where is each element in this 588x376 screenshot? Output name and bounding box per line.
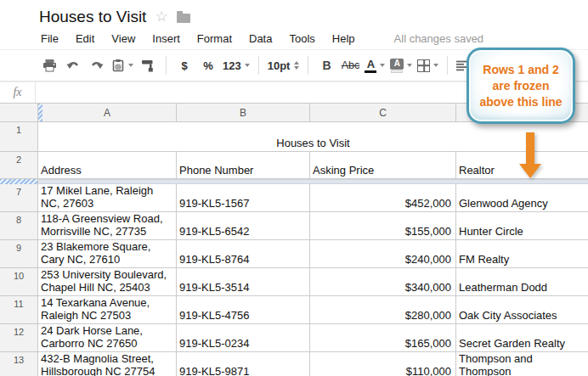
font-size-stepper[interactable]: [294, 61, 299, 70]
menu-tools[interactable]: Tools: [289, 32, 314, 45]
cell-price[interactable]: $340,000: [310, 268, 456, 296]
cell-address[interactable]: 23 Blakemore Square, Cary NC, 27610: [38, 240, 177, 268]
menu-bar: File Edit View Insert Format Data Tools …: [0, 27, 588, 49]
star-icon[interactable]: ☆: [155, 9, 167, 24]
chevron-down-icon: [407, 64, 412, 67]
cell-price[interactable]: $452,000: [310, 184, 456, 212]
row-header[interactable]: 8: [0, 212, 38, 240]
cell-price-header[interactable]: Asking Price: [310, 152, 456, 179]
cell-price[interactable]: $280,000: [310, 296, 456, 324]
freeze-columns-handle[interactable]: [38, 104, 42, 121]
table-row: 11 14 Texarkana Avenue, Raleigh NC 27503…: [0, 296, 588, 324]
column-letter: B: [240, 107, 246, 119]
cell-address-header[interactable]: Address: [38, 152, 177, 179]
row-header[interactable]: 12: [0, 324, 38, 352]
format-percent-button[interactable]: %: [199, 54, 218, 76]
row-header[interactable]: 9: [0, 240, 38, 268]
cell-address[interactable]: 118-A Greensview Road, Morrisville NC, 2…: [38, 212, 177, 240]
font-size-control[interactable]: 10pt: [268, 54, 300, 76]
column-letter: C: [379, 107, 387, 119]
cell-realtor[interactable]: Secret Garden Realty: [456, 324, 588, 352]
redo-icon[interactable]: [88, 54, 106, 76]
table-row: 12 24 Dark Horse Lane, Carborro NC 27650…: [0, 324, 588, 352]
toolbar-separator: [447, 56, 448, 75]
print-icon[interactable]: [40, 54, 59, 76]
table-row-1: 1 Houses to Visit: [0, 122, 588, 152]
row-header[interactable]: 10: [0, 268, 38, 296]
borders-icon: [417, 59, 430, 72]
cell-address[interactable]: 17 Mikel Lane, Raleigh NC, 27603: [38, 184, 177, 212]
menu-edit[interactable]: Edit: [76, 32, 94, 45]
chevron-down-icon: [128, 64, 133, 67]
toolbar-separator: [166, 56, 167, 75]
callout-line: Rows 1 and 2: [483, 62, 558, 78]
cell-realtor[interactable]: Thompson and Thompson: [456, 352, 588, 376]
select-all-corner[interactable]: [0, 104, 38, 122]
row-header[interactable]: 11: [0, 296, 38, 324]
cell-phone[interactable]: 919-KL5-4756: [177, 296, 310, 324]
row-header[interactable]: 1: [0, 122, 38, 152]
cell-phone[interactable]: 919-KL5-9871: [177, 352, 310, 376]
menu-insert[interactable]: Insert: [152, 32, 180, 45]
column-header-a[interactable]: A: [38, 104, 177, 122]
strikethrough-button[interactable]: Abc: [341, 54, 359, 76]
cell-phone[interactable]: 919-KL5-0234: [177, 324, 310, 352]
table-row: 8 118-A Greensview Road, Morrisville NC,…: [0, 212, 588, 240]
text-color-icon: A: [365, 59, 376, 73]
table-row: 7 17 Mikel Lane, Raleigh NC, 27603 919-K…: [0, 184, 588, 212]
paste-icon[interactable]: [111, 54, 133, 76]
menu-view[interactable]: View: [111, 32, 135, 45]
folder-icon[interactable]: [177, 14, 190, 23]
column-header-c[interactable]: C: [310, 104, 456, 122]
cell-price[interactable]: $240,000: [310, 240, 456, 268]
document-title[interactable]: Houses to Visit: [39, 8, 146, 26]
cell-phone-header[interactable]: Phone Number: [177, 152, 310, 179]
column-letter: A: [104, 107, 110, 119]
cell-realtor[interactable]: Oak City Associates: [456, 296, 588, 324]
chevron-down-icon: [245, 64, 250, 67]
paint-format-icon[interactable]: [139, 54, 157, 76]
cell-address[interactable]: 432-B Magnolia Street, Hillsborough NC 2…: [38, 352, 177, 376]
row-header[interactable]: 13: [0, 352, 38, 376]
menu-data[interactable]: Data: [249, 32, 272, 45]
number-format-button[interactable]: 123: [223, 54, 250, 76]
number-format-label: 123: [223, 59, 241, 72]
cell-realtor[interactable]: FM Realty: [456, 240, 588, 268]
undo-icon[interactable]: [64, 54, 82, 76]
table-row: 10 253 University Boulevard, Chapel Hill…: [0, 268, 588, 296]
cell-phone[interactable]: 919-KL5-3514: [177, 268, 310, 296]
cell-realtor[interactable]: Glenwood Agency: [456, 184, 588, 212]
row-header[interactable]: 7: [0, 184, 38, 212]
arrow-down-icon: [519, 164, 541, 178]
cell-price[interactable]: $110,000: [310, 352, 456, 376]
callout-line: are frozen: [493, 78, 550, 94]
cell-realtor[interactable]: Hunter Circle: [456, 212, 588, 240]
borders-button[interactable]: [417, 54, 438, 76]
column-header-b[interactable]: B: [177, 104, 310, 122]
callout-bubble: Rows 1 and 2 are frozen above this line: [466, 48, 575, 124]
bold-button[interactable]: B: [317, 54, 336, 76]
arrow-shaft: [526, 132, 534, 165]
spreadsheet-app: Houses to Visit ☆ File Edit View Insert …: [0, 0, 588, 376]
cell-address[interactable]: 24 Dark Horse Lane, Carborro NC 27650: [38, 324, 177, 352]
cell-realtor[interactable]: Leatherman Dodd: [456, 268, 588, 296]
table-row: 13 432-B Magnolia Street, Hillsborough N…: [0, 352, 588, 376]
menu-format[interactable]: Format: [197, 32, 232, 45]
menu-help[interactable]: Help: [332, 32, 355, 45]
cell-phone[interactable]: 919-KL5-8764: [177, 240, 310, 268]
menu-file[interactable]: File: [41, 32, 59, 45]
cell-phone[interactable]: 919-KL5-6542: [177, 212, 310, 240]
fill-color-button[interactable]: A: [390, 54, 412, 76]
cell-address[interactable]: 253 University Boulevard, Chapel Hill NC…: [38, 268, 177, 296]
document-titlebar: Houses to Visit ☆: [0, 0, 588, 27]
toolbar-separator: [308, 56, 308, 75]
format-currency-button[interactable]: $: [175, 54, 194, 76]
chevron-down-icon: [380, 64, 385, 67]
row-header[interactable]: 2: [0, 152, 38, 179]
text-color-button[interactable]: A: [365, 54, 385, 76]
cell-phone[interactable]: 919-KL5-1567: [177, 184, 310, 212]
cell-price[interactable]: $155,000: [310, 212, 456, 240]
cell-price[interactable]: $165,000: [310, 324, 456, 352]
cell-address[interactable]: 14 Texarkana Avenue, Raleigh NC 27503: [38, 296, 177, 324]
cell-sheet-title[interactable]: Houses to Visit: [38, 122, 588, 152]
